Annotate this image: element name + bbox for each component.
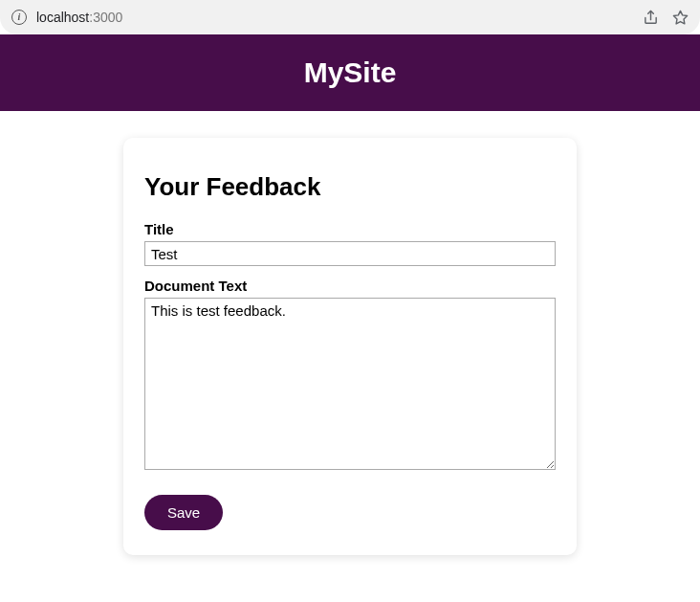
- body-field-group: Document Text: [144, 278, 556, 474]
- url-host: localhost: [36, 10, 89, 25]
- title-label: Title: [144, 221, 556, 237]
- title-field-group: Title: [144, 221, 556, 266]
- url-port: :3000: [89, 10, 122, 25]
- star-icon[interactable]: [672, 10, 689, 26]
- feedback-card: Your Feedback Title Document Text Save: [123, 138, 577, 555]
- info-icon: i: [11, 10, 27, 25]
- body-label: Document Text: [144, 278, 556, 294]
- title-input[interactable]: [144, 241, 556, 266]
- body-textarea[interactable]: [144, 298, 556, 470]
- share-icon[interactable]: [643, 10, 659, 26]
- browser-address-bar: i localhost:3000: [0, 0, 700, 34]
- url-display[interactable]: localhost:3000: [36, 10, 122, 25]
- form-heading: Your Feedback: [144, 172, 556, 202]
- content-area: Your Feedback Title Document Text Save: [0, 111, 700, 555]
- site-header: MySite: [0, 34, 700, 111]
- save-button[interactable]: Save: [144, 495, 223, 530]
- site-title: MySite: [304, 56, 397, 89]
- svg-marker-0: [673, 11, 687, 23]
